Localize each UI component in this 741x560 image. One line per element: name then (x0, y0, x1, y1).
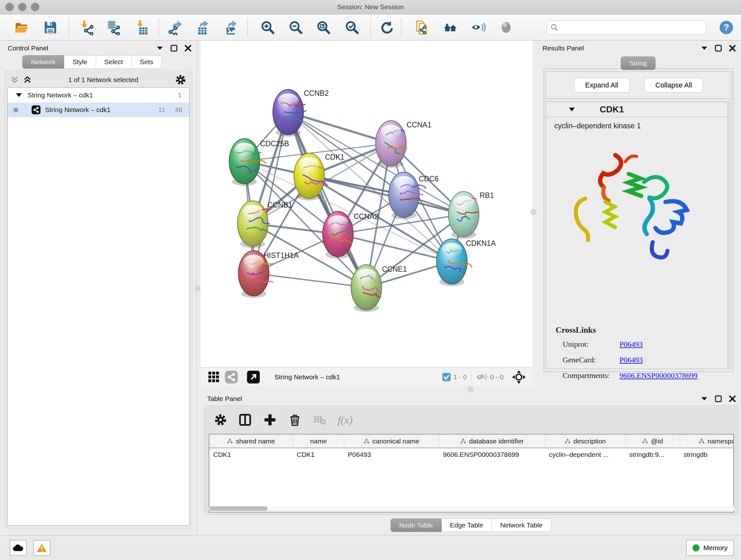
column-header[interactable]: canonical name (344, 435, 439, 448)
delete-table-button[interactable] (313, 414, 327, 427)
zoom-in-button[interactable] (260, 20, 275, 35)
column-header[interactable]: @id (625, 435, 680, 448)
card-collapse-icon[interactable] (569, 108, 575, 111)
panel-collapse-icon[interactable] (156, 46, 163, 51)
crosslink-compartments[interactable]: 9606.ENSP00000378699 (619, 371, 697, 380)
memory-status-dot-icon (692, 544, 699, 551)
warnings-button[interactable] (33, 540, 51, 556)
node-label: CDKN1A (466, 239, 496, 247)
save-session-button[interactable] (43, 20, 58, 35)
toolbar-separator (401, 18, 401, 37)
toolbar-separator (69, 18, 69, 37)
collapse-all-button[interactable]: Collapse All (644, 78, 703, 92)
panel-collapse-icon[interactable] (701, 396, 708, 401)
horizontal-splitter-handle[interactable] (468, 387, 473, 392)
tab-network[interactable]: Network (22, 55, 64, 69)
tab-select[interactable]: Select (96, 55, 131, 69)
panel-collapse-icon[interactable] (701, 46, 708, 51)
vertical-splitter-handle[interactable] (195, 286, 200, 291)
export-image-button[interactable] (223, 20, 239, 35)
show-graphics-details-button[interactable] (471, 20, 486, 35)
crosslink-genecard[interactable]: P06493 (619, 356, 643, 364)
zoom-out-icon (288, 20, 303, 35)
memory-button[interactable]: Memory (686, 540, 734, 556)
help-button[interactable]: ? (719, 20, 734, 35)
panel-close-icon[interactable] (729, 395, 736, 402)
network-node-RB1[interactable]: RB1 (448, 191, 494, 239)
column-header[interactable]: database identifier (439, 435, 545, 448)
network-row-label: String Network – cdk1 (45, 106, 111, 114)
expand-all-icon[interactable] (23, 76, 31, 84)
fit-content-button[interactable] (512, 370, 526, 384)
import-network-database-button[interactable] (105, 20, 121, 35)
zoom-out-button[interactable] (288, 20, 303, 35)
import-table-button[interactable] (135, 20, 150, 35)
delete-column-button[interactable] (288, 413, 302, 428)
open-folder-icon (14, 20, 29, 35)
tree-expand-icon[interactable] (16, 93, 22, 97)
panel-float-icon[interactable] (171, 45, 178, 52)
column-header[interactable]: name (293, 435, 344, 448)
crosslink-uniprot[interactable]: P06493 (619, 340, 643, 349)
collapse-all-icon[interactable] (10, 76, 19, 84)
function-builder-button[interactable]: f(x) (338, 414, 353, 426)
panel-float-icon[interactable] (715, 45, 722, 52)
search-input[interactable] (558, 22, 706, 33)
vertical-splitter-handle[interactable] (531, 209, 536, 215)
network-node-CDKN1A[interactable]: CDKN1A (436, 239, 496, 286)
table-horizontal-scrollbar[interactable] (209, 506, 735, 511)
export-table-button[interactable] (195, 20, 210, 35)
network-node-CCNA1[interactable]: CCNA1 (376, 121, 431, 168)
column-header[interactable]: shared name (209, 435, 293, 448)
hide-graphics-details-button[interactable] (498, 20, 514, 35)
tab-network-table[interactable]: Network Table (492, 518, 551, 532)
expand-all-button[interactable]: Expand All (574, 78, 630, 92)
panel-float-icon[interactable] (715, 395, 722, 402)
hierarchy-icon (565, 438, 570, 444)
panel-close-icon[interactable] (185, 45, 192, 52)
network-node-CCNE1[interactable]: CCNE1 (351, 265, 407, 312)
panel-close-icon[interactable] (729, 45, 736, 52)
table-options-button[interactable] (214, 413, 227, 428)
network-edge[interactable] (288, 112, 391, 143)
toolbar-separator (471, 371, 472, 383)
network-node-HIST1H1A[interactable]: HIST1H1A (239, 251, 299, 298)
birds-eye-view-button[interactable] (247, 370, 260, 384)
string-home-button[interactable] (443, 20, 458, 35)
import-network-icon (79, 20, 94, 35)
selected-checkbox-icon[interactable] (442, 373, 451, 381)
column-header[interactable]: description (545, 435, 625, 448)
apply-layout-button[interactable] (379, 20, 394, 35)
results-scrollbar[interactable] (729, 102, 731, 369)
tab-sets[interactable]: Sets (131, 55, 162, 69)
column-header[interactable]: namespace (680, 435, 734, 448)
network-edge[interactable] (254, 112, 288, 273)
create-column-button[interactable] (263, 413, 277, 428)
export-network-button[interactable] (167, 20, 183, 35)
table-row[interactable]: CDK1 CDK1 P06493 9606.ENSP00000378699 cy… (209, 448, 734, 461)
cloud-status-button[interactable] (10, 540, 27, 556)
tab-node-table[interactable]: Node Table (391, 518, 442, 532)
gear-icon[interactable] (175, 74, 186, 85)
network-share-view-button[interactable] (225, 370, 238, 384)
import-network-file-button[interactable] (79, 20, 94, 35)
network-row[interactable]: String Network – cdk1 11 48 (8, 103, 189, 117)
zoom-selected-button[interactable] (344, 20, 359, 35)
network-edge[interactable] (254, 273, 366, 287)
show-grid-button[interactable] (208, 370, 220, 384)
hidden-eye-icon[interactable] (476, 372, 488, 382)
string-import-button[interactable] (414, 20, 429, 35)
network-edge[interactable] (288, 112, 366, 287)
tab-style[interactable]: Style (64, 55, 96, 69)
zoom-fit-button[interactable] (316, 20, 331, 35)
table-header-row: shared name name canonical name database… (209, 435, 734, 448)
network-collection-row[interactable]: String Network – cdk1 1 (8, 88, 189, 103)
show-columns-button[interactable] (238, 413, 252, 428)
network-edges (245, 112, 464, 287)
network-canvas[interactable]: CCNB2CCNA1CDC25BCDK1CDC6RB1CCNB1CCNA2CDK… (201, 41, 532, 367)
open-session-button[interactable] (14, 20, 29, 35)
node-table[interactable]: shared name name canonical name database… (209, 434, 734, 512)
network-node-CCNB2[interactable]: CCNB2 (273, 89, 329, 137)
tab-edge-table[interactable]: Edge Table (442, 518, 492, 532)
tab-string-results[interactable]: String (621, 57, 656, 70)
